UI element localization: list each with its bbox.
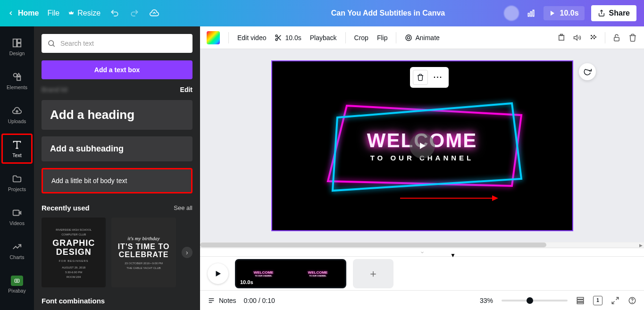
template1-big2: DESIGN	[56, 248, 92, 257]
svg-point-24	[406, 35, 411, 41]
template-celebrate[interactable]: it's my birthday IT'S TIME TO CELEBRATE …	[111, 218, 176, 287]
rail-uploads[interactable]: Uploads	[0, 98, 34, 131]
playhead-marker[interactable]: ▼	[450, 252, 456, 259]
timeline-collapse-handle[interactable]	[200, 248, 644, 256]
svg-line-48	[616, 297, 619, 300]
timeline-clip[interactable]: WELCOME TO OUR CHANNEL WELCOME TO OUR CH…	[235, 259, 346, 288]
grid-view-icon[interactable]	[576, 296, 585, 305]
rail-pixabay-label: Pixabay	[8, 288, 25, 293]
search-box[interactable]	[42, 34, 192, 53]
search-input[interactable]	[60, 40, 187, 47]
edit-link[interactable]: Edit	[180, 86, 192, 93]
zoom-knob[interactable]	[527, 297, 533, 304]
cloud-upload-icon	[11, 105, 23, 117]
scroll-right-arrow[interactable]: ▶	[637, 243, 644, 248]
undo-button[interactable]	[109, 8, 120, 19]
layout-icon	[11, 37, 23, 49]
see-all-link[interactable]: See all	[174, 204, 192, 211]
add-body-text-button[interactable]: Add a little bit of body text	[42, 168, 192, 193]
bottom-bar: Notes 0:00 / 0:10 33% 1	[200, 290, 644, 310]
flip-button[interactable]: Flip	[377, 34, 388, 42]
svg-rect-33	[591, 38, 592, 39]
scrollbar-thumb[interactable]	[200, 243, 546, 247]
rail-elements-label: Elements	[7, 84, 27, 90]
rail-videos-label: Videos	[9, 220, 25, 226]
animate-button[interactable]: Animate	[405, 34, 439, 42]
position-icon[interactable]	[557, 33, 566, 42]
canvas-play-button[interactable]	[410, 133, 435, 159]
home-button[interactable]: Home	[8, 9, 39, 17]
analytics-icon[interactable]	[526, 8, 537, 19]
crop-button[interactable]: Crop	[354, 34, 368, 42]
trash-icon[interactable]	[628, 33, 637, 42]
zoom-slider[interactable]	[502, 300, 568, 302]
rail-design[interactable]: Design	[0, 30, 34, 63]
separator	[605, 32, 605, 43]
rail-design-label: Design	[9, 50, 25, 56]
template-graphic-design[interactable]: RIVERSIDE HIGH SCHOOL COMPUTER CLUB GRAP…	[42, 218, 106, 287]
horizontal-scrollbar[interactable]: ◀ ▶	[200, 242, 644, 248]
lock-icon[interactable]	[612, 33, 621, 42]
redo-button[interactable]	[129, 8, 140, 19]
regenerate-button[interactable]	[579, 63, 596, 80]
edit-video-button[interactable]: Edit video	[237, 34, 266, 42]
notes-button[interactable]: Notes	[208, 297, 236, 304]
delete-element-button[interactable]	[413, 70, 428, 85]
add-text-box-button[interactable]: Add a text box	[42, 60, 192, 79]
svg-line-19	[53, 45, 55, 47]
svg-line-49	[612, 301, 614, 303]
text-panel: Add a text box Brand kit Edit Add a head…	[34, 26, 200, 310]
rail-charts[interactable]: Charts	[0, 234, 34, 267]
template2-big2: CELEBRATE	[119, 251, 169, 259]
add-heading-button[interactable]: Add a heading	[42, 100, 192, 130]
svg-rect-47	[577, 302, 584, 303]
fullscreen-icon[interactable]	[611, 296, 619, 305]
canvas-viewport[interactable]: ··· WELCOME	[200, 49, 644, 242]
cloud-sync-icon[interactable]	[149, 8, 160, 19]
svg-rect-6	[17, 39, 21, 42]
zoom-label: 33%	[480, 297, 493, 304]
transparency-icon[interactable]	[589, 33, 598, 42]
rail-videos[interactable]: Videos	[0, 200, 34, 233]
recently-used-title: Recently used	[42, 204, 90, 212]
help-icon[interactable]	[628, 296, 636, 305]
share-button[interactable]: Share	[591, 5, 636, 21]
separator	[228, 32, 229, 43]
rail-text[interactable]: Text	[1, 134, 33, 164]
volume-icon[interactable]	[573, 33, 582, 42]
rail-elements[interactable]: Elements	[0, 64, 34, 97]
more-element-button[interactable]: ···	[431, 70, 446, 85]
timeline-play-button[interactable]	[208, 263, 228, 284]
time-display: 0:00 / 0:10	[244, 297, 275, 304]
resize-menu[interactable]: Resize	[68, 9, 100, 17]
rail-uploads-label: Uploads	[8, 118, 26, 124]
rail-pixabay[interactable]: Pixabay	[0, 268, 34, 301]
file-menu[interactable]: File	[47, 9, 59, 17]
svg-rect-14	[13, 210, 19, 216]
canvas-toolbar: Edit video 10.0s Playback Crop Flip Anim…	[200, 26, 644, 49]
canvas-area: Edit video 10.0s Playback Crop Flip Anim…	[200, 26, 644, 310]
add-subheading-button[interactable]: Add a subheading	[42, 136, 192, 161]
playback-button[interactable]: Playback	[310, 34, 337, 42]
templates-next-arrow[interactable]: ›	[182, 247, 192, 258]
svg-point-25	[408, 36, 410, 39]
template1-line2: COMPUTER CLUB	[61, 233, 86, 236]
animate-label: Animate	[415, 34, 439, 42]
color-picker[interactable]	[207, 31, 220, 44]
rail-text-label: Text	[12, 152, 21, 158]
svg-point-21	[276, 39, 277, 41]
thumb-sub-1: TO OUR CHANNEL	[254, 275, 274, 277]
document-title[interactable]: Can You Add Subtitles in Canva	[331, 9, 445, 17]
add-page-button[interactable]: ＋	[353, 259, 393, 288]
page-indicator[interactable]: 1	[593, 296, 602, 305]
plus-icon: ＋	[368, 267, 378, 281]
rail-projects[interactable]: Projects	[0, 166, 34, 199]
avatar[interactable]	[504, 6, 519, 21]
thumb-sub-2: TO OUR CHANNEL	[308, 275, 328, 277]
present-button[interactable]: 10.0s	[544, 6, 584, 20]
home-label: Home	[18, 9, 39, 17]
template2-big1: IT'S TIME TO	[118, 243, 170, 251]
duration-button[interactable]: 10.0s	[275, 34, 301, 42]
svg-rect-17	[15, 279, 19, 283]
svg-rect-34	[594, 38, 595, 39]
